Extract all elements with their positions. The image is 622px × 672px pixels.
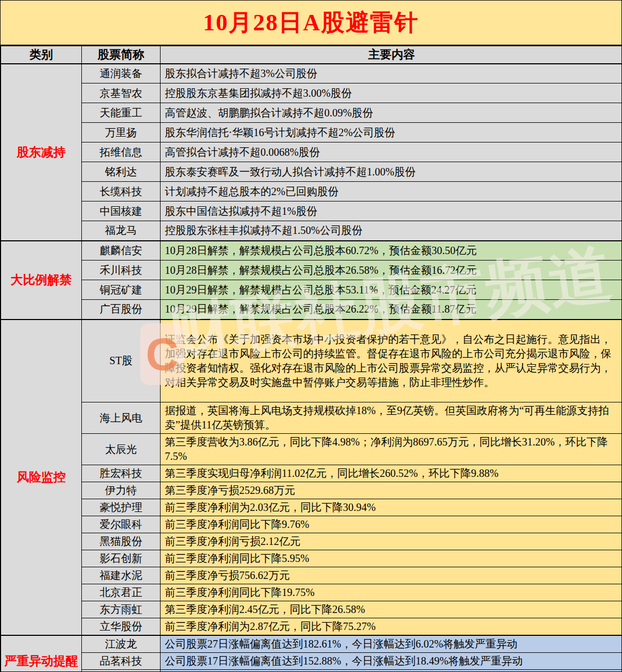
stock-name-cell: 品茗科技 <box>82 653 161 670</box>
content-cell: 公司股票17日涨幅偏离值达到152.88%，今日涨幅达到18.49%将触发严重异… <box>161 653 622 670</box>
content-cell: 控股股东张桂丰拟减持不超1.50%公司股份 <box>161 221 622 241</box>
stock-name-cell: ST股 <box>82 320 161 402</box>
table-row: 黑猫股份前三季度净利润亏损2.12亿元 <box>1 533 622 550</box>
category-cell: 严重异动提醒 <box>1 635 82 672</box>
content-cell: 公司股票8日涨幅偏离值达到84.86%，今日涨幅达到8.03%将触发严重异动 <box>161 670 622 672</box>
column-header-content: 主要内容 <box>161 46 622 64</box>
table-body: 股东减持通润装备股东拟合计减持不超3%公司股份京基智农控股股东京基集团拟减持不超… <box>1 64 622 672</box>
stock-name-cell: 江波龙 <box>82 635 161 653</box>
category-cell: 风险监控 <box>1 320 82 636</box>
content-cell: 证监会公布《关于加强资本市场中小投资者保护的若干意见》，自公布之日起施行。意见指… <box>161 320 622 402</box>
table-row: 拓维信息高管拟合计减持不超0.0068%股份 <box>1 142 622 162</box>
content-cell: 股东拟合计减持不超3%公司股份 <box>161 64 622 83</box>
stock-name-cell: 黑猫股份 <box>82 533 161 550</box>
stock-name-cell: 中国核建 <box>82 201 161 221</box>
stock-name-cell: 太辰光 <box>82 434 161 465</box>
content-cell: 计划减持不超总股本的2%已回购股份 <box>161 182 622 201</box>
stock-name-cell: 铭利达 <box>82 162 161 182</box>
stock-name-cell: 立华股份 <box>82 618 161 636</box>
stock-name-cell: 铜冠矿建 <box>82 280 161 300</box>
content-cell: 控股股东京基集团拟减持不超3.00%股份 <box>161 83 622 103</box>
stock-name-cell: 福龙马 <box>82 221 161 241</box>
stock-name-cell: 爱尔眼科 <box>82 516 161 533</box>
stock-name-cell: 拓维信息 <box>82 142 161 162</box>
content-cell: 前三季度净利润同比下降5.95% <box>161 550 622 567</box>
table-row: 影石创新前三季度净利润同比下降5.95% <box>1 550 622 567</box>
stock-name-cell: 伊力特 <box>82 482 161 499</box>
stock-name-cell: 禾川科技 <box>82 261 161 280</box>
stock-name-cell: 京基智农 <box>82 83 161 103</box>
content-cell: 10月28日解禁，解禁规模占公司总股本26.58%，预估金额16.72亿元 <box>161 261 622 280</box>
page-title: 10月28日A股避雷针 <box>203 7 419 38</box>
content-cell: 高管赵波、胡鹏鹏拟合计减持不超0.09%股份 <box>161 103 622 123</box>
content-cell: 前三季度净利润为2.87亿元，同比下降75.27% <box>161 618 622 636</box>
table-row: 东方雨虹第三季度净利润2.45亿元，同比下降26.58% <box>1 601 622 618</box>
content-cell: 10月29日解禁，解禁规模占公司总股本53.11%，预估金额24.27亿元 <box>161 280 622 300</box>
table-row: 广百股份10月29日解禁，解禁规模占公司总股本26.22%，预估金额11.87亿… <box>1 300 622 320</box>
category-cell: 大比例解禁 <box>1 241 82 320</box>
content-cell: 前三季度净利润同比下降19.75% <box>161 584 622 601</box>
stock-name-cell: 广百股份 <box>82 300 161 320</box>
table-row: 云汉芯城公司股票8日涨幅偏离值达到84.86%，今日涨幅达到8.03%将触发严重… <box>1 670 622 672</box>
content-cell: 据报道，英国将海上风电场支持规模砍掉18%，至9亿英镑。但英国政府将为“可再生能… <box>161 402 622 434</box>
stock-name-cell: 胜宏科技 <box>82 465 161 482</box>
table-row: 天能重工高管赵波、胡鹏鹏拟合计减持不超0.09%股份 <box>1 103 622 123</box>
stock-name-cell: 通润装备 <box>82 64 161 83</box>
content-cell: 10月28日解禁，解禁规模占公司总股本60.72%，预估金额30.50亿元 <box>161 241 622 261</box>
risk-alert-infographic: 10月28日A股避雷针 类别 股票简称 主要内容 股东减持通润装备股东拟合计减持… <box>0 0 622 672</box>
table-row: 中国核建股东中国信达拟减持不超1%股份 <box>1 201 622 221</box>
table-row: 禾川科技10月28日解禁，解禁规模占公司总股本26.58%，预估金额16.72亿… <box>1 261 622 280</box>
header-row: 类别 股票简称 主要内容 <box>1 46 622 64</box>
content-cell: 前三季度净利润亏损2.12亿元 <box>161 533 622 550</box>
content-cell: 前三季度净亏损756.62万元 <box>161 567 622 584</box>
table-row: 万里扬股东华润信托·华颖16号计划减持不超2%公司股份 <box>1 123 622 142</box>
stock-name-cell: 东方雨虹 <box>82 601 161 618</box>
content-cell: 前三季度净利润为2.03亿元，同比下降30.94% <box>161 499 622 516</box>
content-cell: 股东泰安赛晖及一致行动人拟合计减持不超1.00%股份 <box>161 162 622 182</box>
content-cell: 第三季度净利润2.45亿元，同比下降26.58% <box>161 601 622 618</box>
stock-name-cell: 福建水泥 <box>82 567 161 584</box>
table-row: 铜冠矿建10月29日解禁，解禁规模占公司总股本53.11%，预估金额24.27亿… <box>1 280 622 300</box>
table-row: 爱尔眼科前三季度净利润同比下降9.76% <box>1 516 622 533</box>
stock-name-cell: 影石创新 <box>82 550 161 567</box>
stock-name-cell: 长缆科技 <box>82 182 161 201</box>
table-row: 北京君正前三季度净利润同比下降19.75% <box>1 584 622 601</box>
content-cell: 第三季度营收为3.86亿元，同比下降4.98%；净利润为8697.65万元，同比… <box>161 434 622 465</box>
stock-name-cell: 麒麟信安 <box>82 241 161 261</box>
table-row: 海上风电据报道，英国将海上风电场支持规模砍掉18%，至9亿英镑。但英国政府将为“… <box>1 402 622 434</box>
content-cell: 第三季度净亏损2529.68万元 <box>161 482 622 499</box>
content-cell: 股东中国信达拟减持不超1%股份 <box>161 201 622 221</box>
stock-name-cell: 海上风电 <box>82 402 161 434</box>
content-cell: 第三季度实现归母净利润11.02亿元，同比增长260.52%，环比下降9.88% <box>161 465 622 482</box>
table-row: 大比例解禁麒麟信安10月28日解禁，解禁规模占公司总股本60.72%，预估金额3… <box>1 241 622 261</box>
table-row: 长缆科技计划减持不超总股本的2%已回购股份 <box>1 182 622 201</box>
content-cell: 10月29日解禁，解禁规模占公司总股本26.22%，预估金额11.87亿元 <box>161 300 622 320</box>
content-cell: 高管拟合计减持不超0.0068%股份 <box>161 142 622 162</box>
table-row: 品茗科技公司股票17日涨幅偏离值达到152.88%，今日涨幅达到18.49%将触… <box>1 653 622 670</box>
table-row: 福建水泥前三季度净亏损756.62万元 <box>1 567 622 584</box>
stock-name-cell: 万里扬 <box>82 123 161 142</box>
column-header-category: 类别 <box>1 46 82 64</box>
stock-name-cell: 豪悦护理 <box>82 499 161 516</box>
risk-alert-table: 类别 股票简称 主要内容 股东减持通润装备股东拟合计减持不超3%公司股份京基智农… <box>1 46 622 672</box>
content-cell: 前三季度净利润同比下降9.76% <box>161 516 622 533</box>
table-row: 立华股份前三季度净利润为2.87亿元，同比下降75.27% <box>1 618 622 636</box>
category-cell: 股东减持 <box>1 64 82 241</box>
table-row: 伊力特第三季度净亏损2529.68万元 <box>1 482 622 499</box>
table-row: 股东减持通润装备股东拟合计减持不超3%公司股份 <box>1 64 622 83</box>
table-row: 风险监控ST股证监会公布《关于加强资本市场中小投资者保护的若干意见》，自公布之日… <box>1 320 622 402</box>
table-row: 豪悦护理前三季度净利润为2.03亿元，同比下降30.94% <box>1 499 622 516</box>
stock-name-cell: 云汉芯城 <box>82 670 161 672</box>
table-row: 胜宏科技第三季度实现归母净利润11.02亿元，同比增长260.52%，环比下降9… <box>1 465 622 482</box>
table-row: 严重异动提醒江波龙公司股票27日涨幅偏离值达到182.61%，今日涨幅达到6.0… <box>1 635 622 653</box>
content-cell: 公司股票27日涨幅偏离值达到182.61%，今日涨幅达到6.02%将触发严重异动 <box>161 635 622 653</box>
title-bar: 10月28日A股避雷针 <box>1 1 621 46</box>
table-row: 铭利达股东泰安赛晖及一致行动人拟合计减持不超1.00%股份 <box>1 162 622 182</box>
column-header-stock: 股票简称 <box>82 46 161 64</box>
table-row: 太辰光第三季度营收为3.86亿元，同比下降4.98%；净利润为8697.65万元… <box>1 434 622 465</box>
content-cell: 股东华润信托·华颖16号计划减持不超2%公司股份 <box>161 123 622 142</box>
table-row: 福龙马控股股东张桂丰拟减持不超1.50%公司股份 <box>1 221 622 241</box>
table-row: 京基智农控股股东京基集团拟减持不超3.00%股份 <box>1 83 622 103</box>
stock-name-cell: 天能重工 <box>82 103 161 123</box>
stock-name-cell: 北京君正 <box>82 584 161 601</box>
